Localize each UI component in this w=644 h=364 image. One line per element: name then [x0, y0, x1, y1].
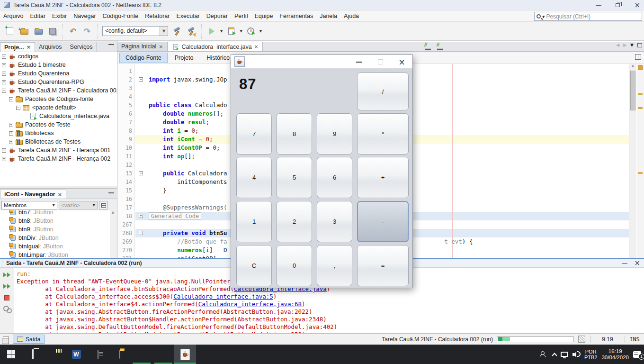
menu-arquivo[interactable]: Arquivo — [0, 11, 27, 21]
config-select[interactable]: <config. default> ▼ — [102, 26, 168, 36]
calculator-titlebar[interactable]: × — [231, 55, 412, 69]
debug-dropdown-icon[interactable]: ▼ — [240, 29, 242, 33]
people-icon[interactable] — [540, 351, 548, 358]
projects-minimize-icon[interactable] — [108, 44, 114, 45]
tree-item-calculadora-interface-java[interactable]: Calculadora_interface.java — [0, 112, 117, 120]
calc-button-multiply[interactable]: * — [357, 113, 409, 155]
menu-janela[interactable]: Janela — [316, 11, 340, 21]
taskbar-word-button[interactable]: W — [65, 345, 87, 364]
taskbar-netbeans-button[interactable] — [152, 345, 174, 364]
scroll-up-icon[interactable]: ∧ — [629, 64, 636, 70]
member-item-btn8[interactable]: btn8 : JButton — [0, 217, 110, 225]
run-dropdown-icon[interactable]: ▼ — [220, 29, 223, 33]
expand-icon[interactable]: + — [2, 55, 6, 59]
open-project-button[interactable] — [32, 25, 45, 38]
window-group-icon[interactable] — [3, 337, 9, 342]
taskbar-java-app-button[interactable] — [174, 345, 196, 364]
close-icon[interactable]: × — [254, 44, 259, 50]
process-icon[interactable] — [578, 336, 585, 343]
members-filter-select[interactable]: Membros ▼ — [1, 201, 57, 209]
menu-equipe[interactable]: Equipe — [251, 11, 276, 21]
debug-button[interactable] — [224, 25, 238, 38]
scroll-up-icon[interactable]: ∧ — [110, 210, 116, 215]
profile-button[interactable] — [244, 25, 258, 38]
tab-list-dropdown-icon[interactable]: ▼ — [630, 43, 634, 47]
calc-button-minus[interactable]: - — [357, 201, 409, 242]
scrollbar-thumb[interactable] — [630, 71, 635, 110]
collapse-icon[interactable]: − — [16, 106, 20, 110]
calc-button-divide[interactable]: / — [357, 73, 409, 110]
calc-button-8[interactable]: 8 — [277, 113, 312, 155]
tree-item-estudo-quarentena[interactable]: +Estudo Quarentena — [0, 69, 117, 78]
fold-collapse-icon[interactable]: − — [139, 171, 143, 175]
tab-servi-os[interactable]: Serviços — [66, 42, 97, 52]
expand-icon[interactable]: + — [9, 140, 13, 144]
collapse-icon[interactable]: − — [9, 97, 13, 101]
menu-c-digo-fonte[interactable]: Código-Fonte — [99, 11, 142, 21]
taskbar-presentation-button[interactable] — [44, 345, 65, 364]
redo-button[interactable]: ↷ — [80, 25, 94, 38]
config-dropdown-icon[interactable]: ▼ — [160, 26, 168, 36]
output-line[interactable]: at Calculadora_interface.access$300(Calc… — [17, 293, 277, 300]
member-item-btn9[interactable]: btn9 : JButton — [0, 225, 110, 234]
member-item-btn7[interactable]: btn7 : JButton — [0, 210, 110, 217]
calc-button-3[interactable]: 3 — [317, 201, 352, 242]
minimize-button[interactable] — [349, 55, 370, 69]
fold-collapse-icon[interactable]: − — [139, 231, 143, 235]
expand-icon[interactable]: + — [2, 63, 6, 67]
member-item-btnigual[interactable]: btnIgual : JButton — [0, 242, 110, 251]
expand-icon[interactable]: + — [2, 80, 6, 84]
tab-output[interactable]: Saída — [13, 335, 45, 344]
restore-icon[interactable] — [616, 3, 620, 7]
calc-button-4[interactable]: 4 — [236, 157, 272, 198]
tab-arquivos[interactable]: Arquivos — [35, 42, 66, 52]
search-box[interactable]: ▼ — [534, 12, 642, 21]
menu-depurar[interactable]: Depurar — [203, 11, 231, 21]
taskbar-notepad-button[interactable] — [87, 345, 109, 364]
calc-button-9[interactable]: 9 — [317, 113, 352, 155]
tab-calculadora-interface-java[interactable]: Calculadora_interface.java× — [168, 42, 263, 51]
run-button[interactable] — [205, 25, 218, 38]
tree-item-codigos[interactable]: +codigos — [0, 52, 117, 61]
expand-icon[interactable]: + — [9, 123, 13, 127]
editor-scrollbar[interactable]: ∧ — [629, 64, 636, 259]
clock[interactable]: 16:1930/04/2020 — [601, 348, 629, 361]
calc-button-plus[interactable]: + — [357, 157, 409, 198]
rerun-with-changes-button[interactable] — [2, 282, 12, 291]
output-line[interactable]: Exception in thread "AWT-EventQueue-0" j… — [17, 278, 241, 285]
generated-code-fold[interactable]: Generated Code — [149, 212, 201, 220]
tab-p-gina-inicial[interactable]: Página Inicial× — [117, 42, 168, 51]
stop-button[interactable] — [2, 293, 12, 302]
notification-icon[interactable]: 1 — [633, 351, 641, 358]
profile-dropdown-icon[interactable]: ▼ — [259, 29, 262, 33]
taskbar-task-view-button[interactable] — [22, 345, 44, 364]
scroll-tabs-left-icon[interactable]: ◀ — [616, 43, 619, 47]
scroll-tabs-right-icon[interactable]: ▶ — [623, 43, 626, 47]
new-file-button[interactable]: + — [3, 25, 17, 38]
error-badge-icon[interactable] — [638, 65, 643, 70]
close-button[interactable]: × — [391, 55, 412, 69]
output-line[interactable]: at javax.swing.AbstractButton$Handler.ac… — [17, 316, 327, 323]
search-dropdown-icon[interactable]: ▼ — [542, 15, 545, 19]
clean-build-button[interactable] — [185, 25, 198, 38]
tree-item-tarefa-cau-m-2inf-heran-a-001[interactable]: +Tarefa Cauã.M 2INF - Herança 001 — [0, 146, 117, 155]
calc-button-c[interactable]: C — [236, 245, 272, 286]
fold-expand-icon[interactable]: + — [139, 214, 143, 218]
undo-button[interactable]: ↶ — [66, 25, 80, 38]
tree-item-tarefa-cau-m-2inf-heran-a-002[interactable]: +Tarefa Cauã.M 2INF - Herança 002 — [0, 155, 117, 163]
tree-item-estudo-quarentena-rpg[interactable]: +Estudo Quarentena-RPG — [0, 78, 117, 86]
settings-icon[interactable] — [2, 305, 12, 313]
save-all-button[interactable] — [46, 25, 59, 38]
language-indicator[interactable]: PORPTB2 — [584, 349, 598, 360]
navigator-scrollbar[interactable]: ∧ — [110, 210, 116, 259]
output-line[interactable]: at javax.swing.DefaultButtonModel.fireAc… — [17, 323, 337, 331]
tab-navigator[interactable]: iCont - Navegador × — [0, 190, 66, 199]
expand-icon[interactable]: + — [9, 131, 13, 136]
menu-editar[interactable]: Editar — [27, 11, 49, 21]
calc-button-0[interactable]: 0 — [277, 245, 312, 286]
volume-icon[interactable] — [572, 352, 580, 357]
expand-icon[interactable]: + — [2, 72, 6, 76]
taskbar-start-button[interactable] — [0, 345, 22, 364]
rerun-button[interactable] — [2, 271, 12, 279]
menu-exibir[interactable]: Exibir — [49, 11, 70, 21]
